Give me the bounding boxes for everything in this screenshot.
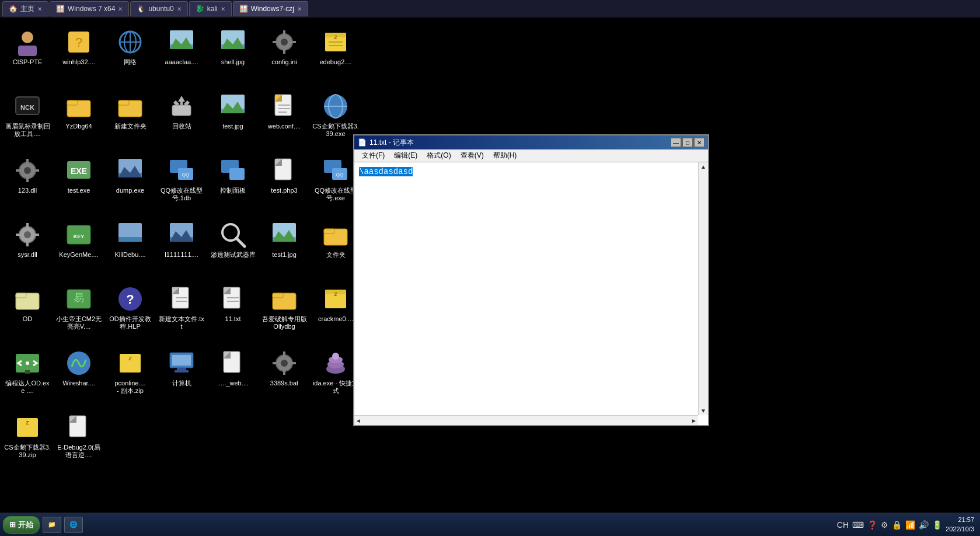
volume-icon: 🔊 (919, 520, 929, 530)
icon-computer[interactable]: 计算机 (157, 344, 206, 409)
notepad-scrollbar-h[interactable]: ◄ ► (354, 415, 698, 425)
icon-pentest[interactable]: 渗透测试武器库 (208, 216, 257, 280)
icon-recycle[interactable]: 回收站 (157, 88, 206, 152)
notepad-title-text: 11.txt - 记事本 (369, 138, 414, 148)
icon-nck[interactable]: NCK 画眉鼠标录制回放工具.... (3, 88, 52, 152)
menu-view[interactable]: 查看(V) (456, 150, 489, 161)
icon-testexe[interactable]: EXE test.exe (54, 152, 103, 216)
menu-help[interactable]: 帮助(H) (489, 150, 522, 161)
svg-rect-109 (25, 370, 30, 374)
taskbar-browser[interactable]: 🌐 (64, 517, 83, 533)
svg-rect-69 (26, 242, 29, 246)
icon-webconf[interactable]: web.conf.... (260, 88, 309, 152)
svg-rect-16 (283, 30, 285, 35)
icon-aaaaclaa[interactable]: aaaaclaa.... (157, 23, 206, 88)
tab-ubuntu-label: ubuntu0 (148, 5, 173, 13)
icon-pconline[interactable]: Z pconline....- 副本.zip (106, 344, 155, 409)
icon-newfolder[interactable]: 新建文件夹 (106, 88, 155, 152)
tab-kali[interactable]: 🐉 kali ✕ (189, 1, 232, 16)
notepad-title-icon: 📄 (358, 138, 367, 147)
close-button[interactable]: ✕ (694, 138, 705, 147)
icon-123dll[interactable]: 123.dll (3, 152, 52, 216)
icon-shelljpg[interactable]: shell.jpg (208, 23, 257, 88)
icon-sysrdll[interactable]: sysr.dll (3, 216, 52, 280)
icon-xiaosheng[interactable]: 易 小生帝王CM2无亮亮V.... (54, 280, 103, 344)
icon-dump[interactable]: dump.exe (106, 152, 155, 216)
svg-line-80 (236, 238, 245, 246)
svg-text:?: ? (75, 35, 82, 50)
icon-winhlp[interactable]: ? winhlp32.... (54, 23, 103, 88)
clock-date: 2022/10/3 (946, 525, 974, 534)
system-clock: 21:57 2022/10/3 (946, 516, 974, 534)
icon-edebug[interactable]: Z edebug2.... (311, 23, 360, 88)
icon-test1jpg[interactable]: test1.jpg (260, 216, 309, 280)
icon-web2[interactable]: ....._web.... (208, 344, 257, 409)
svg-rect-49 (34, 169, 39, 172)
tab-kali-close[interactable]: ✕ (221, 6, 225, 12)
icon-qqmod1[interactable]: QQ QQ修改在线型号.1db (157, 152, 206, 216)
scroll-down[interactable]: ▼ (699, 406, 707, 415)
icon-xingaipo[interactable]: 吾爱破解专用版Ollydbg (260, 280, 309, 344)
icon-cisp[interactable]: CISP-PTE (3, 23, 52, 88)
menu-format[interactable]: 格式(O) (422, 150, 455, 161)
svg-text:KEY: KEY (74, 234, 85, 239)
scroll-right[interactable]: ► (690, 416, 698, 425)
tab-home-close[interactable]: ✕ (37, 6, 42, 12)
notepad-window: 📄 11.txt - 记事本 — □ ✕ 文件(F) 编辑(E) 格式(O) 查… (353, 134, 709, 426)
tab-win7-close[interactable]: ✕ (118, 6, 123, 12)
svg-rect-31 (172, 105, 191, 116)
titlebar-title: 📄 11.txt - 记事本 (358, 138, 414, 148)
svg-text:?: ? (126, 292, 134, 307)
icon-3389bat[interactable]: 3389s.bat (260, 344, 309, 409)
start-button[interactable]: ⊞ 开始 (3, 516, 40, 534)
svg-rect-17 (283, 49, 285, 54)
svg-rect-46 (26, 159, 29, 163)
icon-keygen[interactable]: KEY KeyGenMe.... (54, 216, 103, 280)
icon-network[interactable]: 网络 (106, 23, 155, 88)
icon-configini[interactable]: config.ini (260, 23, 309, 88)
svg-rect-116 (175, 370, 189, 373)
tab-win7czj-label: Windows7-czj (251, 5, 294, 13)
tab-home[interactable]: 🏠 主页 ✕ (2, 1, 48, 16)
tab-win7czj-close[interactable]: ✕ (297, 6, 302, 12)
svg-text:QQ: QQ (182, 172, 189, 177)
svg-text:Z: Z (334, 34, 337, 40)
tab-ubuntu-icon: 🐧 (137, 5, 145, 13)
tab-ubuntu[interactable]: 🐧 ubuntu0 ✕ (130, 1, 187, 16)
icon-wireshark[interactable]: Wireshar.... (54, 344, 103, 409)
minimize-button[interactable]: — (671, 138, 681, 147)
notepad-content[interactable]: \aasdasdasd ▲ ▼ ◄ ► (354, 162, 708, 425)
notepad-scrollbar-v[interactable]: ▲ ▼ (698, 162, 708, 415)
menu-file[interactable]: 文件(F) (357, 150, 389, 161)
maximize-button[interactable]: □ (682, 138, 693, 147)
notepad-titlebar[interactable]: 📄 11.txt - 记事本 — □ ✕ (354, 135, 708, 149)
settings-icon[interactable]: ⚙ (881, 520, 888, 530)
icon-od-plugin[interactable]: ? OD插件开发教程.HLP (106, 280, 155, 344)
icon-edebug2[interactable]: E-Debug2.0(易语言逆.... (54, 409, 103, 473)
icon-cs2[interactable]: Z CS企鹅下载器3.39.zip (3, 409, 52, 473)
svg-text:Z: Z (334, 291, 337, 297)
svg-rect-75 (118, 237, 142, 242)
scroll-up[interactable]: ▲ (699, 162, 707, 171)
icon-killdebug[interactable]: KillDebu.... (106, 216, 155, 280)
tab-win7czj[interactable]: 🪟 Windows7-czj ✕ (233, 1, 308, 16)
icon-control[interactable]: 控制面板 (208, 152, 257, 216)
lang-indicator[interactable]: CH (837, 520, 849, 530)
scroll-left[interactable]: ◄ (354, 416, 362, 425)
icon-newtxt[interactable]: 新建文本文件.txt (157, 280, 206, 344)
tab-ubuntu-close[interactable]: ✕ (177, 6, 182, 12)
icon-l1111[interactable]: l1111111.... (157, 216, 206, 280)
svg-point-108 (26, 361, 29, 365)
taskbar-file-manager[interactable]: 📁 (43, 517, 61, 533)
icon-yzdbg[interactable]: YzDbg64 (54, 88, 103, 152)
menu-edit[interactable]: 编辑(E) (389, 150, 422, 161)
icon-11txt[interactable]: 11.txt (208, 280, 257, 344)
icon-od[interactable]: OD (3, 280, 52, 344)
svg-point-45 (24, 167, 31, 174)
tab-win7[interactable]: 🪟 Windows 7 x64 ✕ (50, 1, 129, 16)
icon-testphp[interactable]: test.php3 (260, 152, 309, 216)
tab-home-label: 主页 (20, 4, 34, 14)
icon-testjpg[interactable]: test.jpg (208, 88, 257, 152)
svg-rect-19 (291, 41, 296, 43)
icon-biancheng[interactable]: 编程达人OD.exe .... (3, 344, 52, 409)
